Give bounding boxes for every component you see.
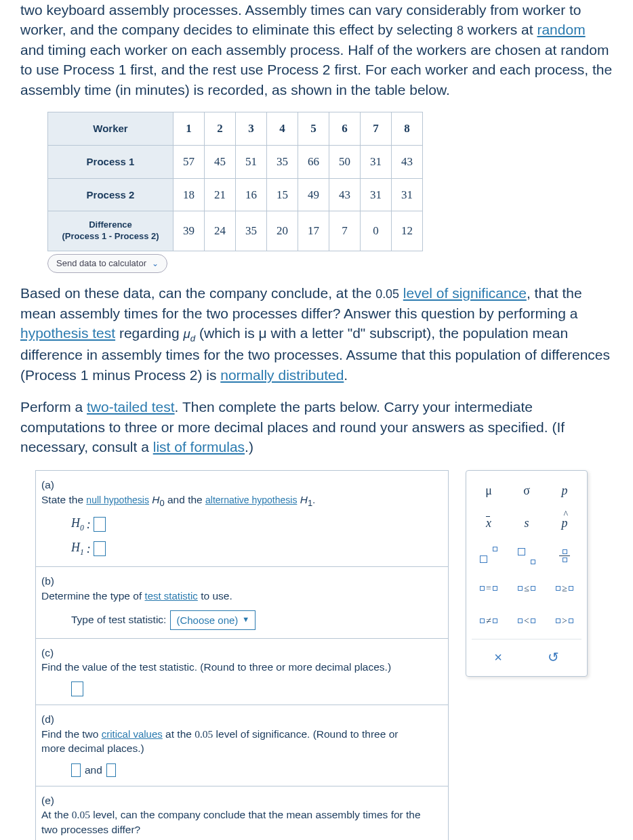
mu: μ <box>184 327 190 341</box>
cell: 31 <box>392 178 423 211</box>
palette-s-button[interactable]: s <box>510 509 544 537</box>
close-icon: × <box>494 650 502 665</box>
critical-value-1-input[interactable] <box>71 763 81 777</box>
link-random[interactable]: random <box>537 22 585 37</box>
header-cell: 4 <box>267 112 298 145</box>
e-text-2: level, can the company conclude that the… <box>41 809 421 835</box>
d-input-row: and <box>71 763 443 778</box>
link-normally-distributed[interactable]: normally distributed <box>220 367 344 383</box>
critical-value-2-input[interactable] <box>106 763 116 777</box>
q1-text-3: regarding <box>115 325 183 341</box>
h1-input-row: H1 : <box>71 539 443 558</box>
header-cell: 6 <box>329 112 361 145</box>
type-label: Type of test statistic: <box>71 612 166 627</box>
cell: 31 <box>361 145 392 178</box>
b-text-2: to use. <box>198 590 232 602</box>
palette-footer: × ↺ <box>472 639 581 671</box>
palette-superscript-button[interactable] <box>472 541 506 570</box>
colon-2: : <box>87 541 91 558</box>
palette-reset-button[interactable]: ↺ <box>538 644 569 671</box>
palette-equals-button[interactable]: = <box>472 574 506 602</box>
colon: : <box>87 516 91 533</box>
palette-ne-button[interactable]: ≠ <box>472 606 506 635</box>
palette-gt-button[interactable]: > <box>548 606 581 635</box>
palette-close-button[interactable]: × <box>485 644 512 671</box>
mu-symbol: μ <box>485 482 492 499</box>
cell: 31 <box>361 178 392 211</box>
test-statistic-input[interactable] <box>71 681 83 696</box>
sq-icon-2 <box>493 586 497 591</box>
mu-d-symbol: μd <box>184 327 196 341</box>
palette-fraction-button[interactable] <box>548 541 581 570</box>
h0-row-sym: H <box>71 516 80 530</box>
c-input-row <box>71 681 443 696</box>
h1-input[interactable] <box>94 541 106 556</box>
palette-ge-button[interactable]: ≥ <box>548 574 581 602</box>
link-hypothesis-test[interactable]: hypothesis test <box>20 325 115 341</box>
cell: 43 <box>392 145 423 178</box>
part-d-label: (d) <box>41 712 59 727</box>
a-text-3: . <box>312 494 315 505</box>
ne-symbol: ≠ <box>486 614 491 628</box>
link-level-of-significance[interactable]: level of significance <box>403 285 527 301</box>
fraction-icon <box>559 549 570 563</box>
link-null-hypothesis[interactable]: null hypothesis <box>86 495 149 505</box>
link-alternative-hypothesis[interactable]: alternative hypothesis <box>205 495 297 505</box>
cell: 50 <box>329 145 361 178</box>
send-data-button[interactable]: Send data to calculator ⌄ <box>47 254 167 273</box>
data-table: Worker 1 2 3 4 5 6 7 8 Process 1 57 45 5… <box>47 112 423 251</box>
table-header-row: Worker 1 2 3 4 5 6 7 8 <box>48 112 423 145</box>
part-e-label: (e) <box>41 793 59 808</box>
part-d-content: Find the two critical values at the 0.05… <box>41 727 422 756</box>
h0-sym: H <box>149 494 160 505</box>
row-label-p2: Process 2 <box>48 178 173 211</box>
palette-sigma-button[interactable]: σ <box>510 476 544 505</box>
ge-symbol: ≥ <box>562 582 567 595</box>
palette-mu-button[interactable]: μ <box>472 476 506 505</box>
cell: 7 <box>329 211 361 251</box>
reset-icon: ↺ <box>548 650 559 665</box>
xbar-symbol: x <box>486 515 491 532</box>
superscript-icon <box>478 547 499 564</box>
cell: 57 <box>173 145 205 178</box>
h0-input[interactable] <box>94 517 106 532</box>
link-critical-values[interactable]: critical values <box>102 728 163 740</box>
part-a: (a) State the null hypothesis H0 and the… <box>36 471 449 567</box>
palette-lt-button[interactable]: < <box>510 606 544 635</box>
cell: 20 <box>267 211 298 251</box>
part-a-label: (a) <box>41 478 59 492</box>
sq-icon-2 <box>531 586 535 591</box>
problem-intro: two keyboard assembly processes. Assembl… <box>20 0 613 100</box>
test-statistic-dropdown[interactable]: (Choose one) ▼ <box>170 610 256 630</box>
palette-xbar-button[interactable]: x <box>472 509 506 537</box>
answer-table: (a) State the null hypothesis H0 and the… <box>35 470 449 840</box>
part-d: (d) Find the two critical values at the … <box>36 705 449 786</box>
alpha-value: 0.05 <box>375 287 399 301</box>
lt-symbol: < <box>524 614 529 628</box>
palette-le-button[interactable]: ≤ <box>510 574 544 602</box>
h1-row-sym: H <box>71 541 80 554</box>
send-label: Send data to calculator <box>56 257 146 270</box>
a-text-2: and the <box>165 494 205 505</box>
intro-text-2: workers at <box>464 22 537 37</box>
subscript-icon <box>516 547 537 564</box>
h1-sym: H <box>297 494 308 505</box>
part-b-label: (b) <box>41 574 59 589</box>
cell: 12 <box>392 211 423 251</box>
palette-phat-button[interactable]: p <box>548 509 581 537</box>
sq-icon <box>518 618 523 623</box>
gt-symbol: > <box>562 614 567 628</box>
test-stat-dropdown-row: Type of test statistic: (Choose one) ▼ <box>71 610 443 630</box>
part-e: (e) At the 0.05 level, can the company c… <box>36 786 449 840</box>
cell: 15 <box>267 178 298 211</box>
sq-icon <box>480 618 485 623</box>
sq-icon <box>480 586 485 591</box>
diff-sublabel: (Process 1 - Process 2) <box>62 231 159 241</box>
palette-subscript-button[interactable] <box>510 541 544 570</box>
palette-p-button[interactable]: p <box>548 476 581 505</box>
link-list-of-formulas[interactable]: list of formulas <box>153 439 245 455</box>
link-test-statistic[interactable]: test statistic <box>145 590 198 602</box>
header-worker: Worker <box>48 112 173 145</box>
table-row: Process 1 57 45 51 35 66 50 31 43 <box>48 145 423 178</box>
link-two-tailed-test[interactable]: two-tailed test <box>87 399 175 415</box>
